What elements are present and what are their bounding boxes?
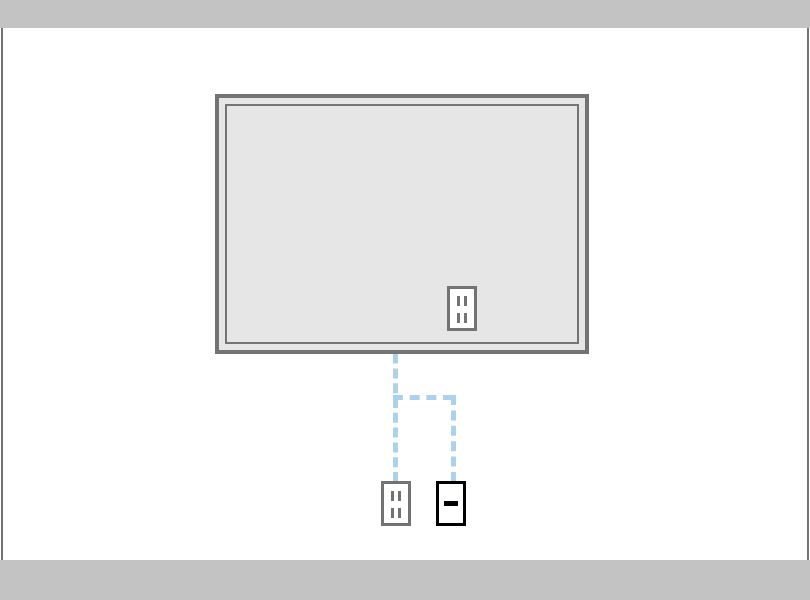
wire-bridge-horizontal: [393, 395, 453, 400]
wall-power-outlet: [381, 481, 411, 526]
outlet-behind-tv: [447, 286, 477, 331]
wire-coax-vertical: [451, 395, 456, 482]
tv-screen: [225, 104, 579, 344]
receptacle-icon: [388, 506, 404, 519]
background-bottom-band: [0, 560, 810, 600]
receptacle-icon: [388, 489, 404, 502]
background-top-band: [0, 0, 810, 28]
wall-coax-plate: [436, 481, 466, 526]
wall-area: [1, 28, 809, 560]
wiring-diagram: [0, 0, 810, 600]
receptacle-icon: [454, 311, 470, 324]
receptacle-icon: [454, 294, 470, 307]
